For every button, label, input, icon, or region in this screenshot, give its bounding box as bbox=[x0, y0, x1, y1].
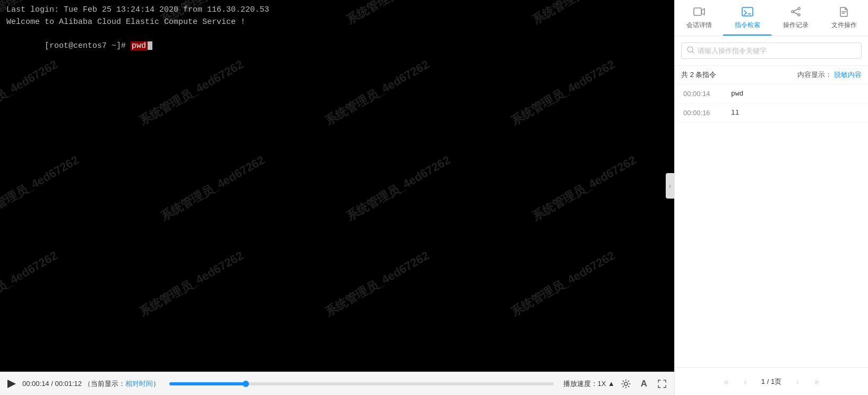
terminal-screen: 系统管理员_4ed67262 系统管理员_4ed67262 系统管理员_4ed6… bbox=[0, 0, 674, 372]
terminal-line-1: Last login: Tue Feb 25 13:24:14 2020 fro… bbox=[6, 4, 668, 16]
settings-icon[interactable] bbox=[620, 378, 632, 390]
watermark: 系统管理员_4ed67262 bbox=[136, 248, 246, 321]
command-item-0[interactable]: 00:00:14 pwd bbox=[675, 84, 868, 104]
stats-row: 共 2 条指令 内容显示： 脱敏内容 bbox=[675, 66, 868, 84]
relative-time-suffix: ） bbox=[153, 380, 160, 388]
collapse-handle[interactable]: › bbox=[666, 173, 674, 199]
display-label: 内容显示： bbox=[797, 70, 832, 80]
tab-operation-log[interactable]: 操作记录 bbox=[771, 0, 820, 36]
tab-file-operation-label: 文件操作 bbox=[831, 21, 857, 30]
play-icon bbox=[7, 380, 16, 388]
cmd-text-0: pwd bbox=[731, 90, 743, 98]
progress-thumb[interactable] bbox=[243, 381, 249, 387]
cmd-time-0: 00:00:14 bbox=[683, 90, 720, 98]
display-link[interactable]: 脱敏内容 bbox=[834, 70, 862, 80]
speed-control[interactable]: 播放速度：1X ▲ bbox=[563, 379, 615, 389]
total-time: 00:01:12 bbox=[55, 380, 82, 388]
content-display: 内容显示： 脱敏内容 bbox=[797, 70, 862, 80]
watermark: 系统管理员_4ed67262 bbox=[0, 152, 82, 225]
watermark: 系统管理员_4ed67262 bbox=[0, 248, 61, 321]
tab-operation-log-label: 操作记录 bbox=[783, 21, 809, 30]
cmd-text-1: ll bbox=[731, 109, 740, 117]
search-input[interactable] bbox=[698, 47, 856, 55]
chevron-right-icon: › bbox=[669, 182, 672, 190]
tab-file-operation[interactable]: 文件操作 bbox=[820, 0, 868, 36]
font-size-icon[interactable]: A bbox=[638, 378, 650, 390]
terminal-prompt: [root@centos7 ~]# bbox=[45, 41, 131, 50]
cmd-time-1: 00:00:16 bbox=[683, 109, 720, 117]
relative-time-link[interactable]: 相对时间 bbox=[125, 380, 153, 388]
file-icon bbox=[838, 6, 850, 19]
count-suffix: 条指令 bbox=[695, 71, 716, 79]
watermark: 系统管理员_4ed67262 bbox=[343, 152, 453, 225]
current-time: 00:00:14 bbox=[22, 380, 49, 388]
watermark: 系统管理员_4ed67262 bbox=[508, 248, 618, 321]
pagination-area: « ‹ 1 / 1页 › » bbox=[675, 367, 868, 395]
tab-command-search-label: 指令检索 bbox=[735, 21, 760, 30]
last-page-button[interactable]: » bbox=[809, 374, 824, 389]
tab-command-search[interactable]: 指令检索 bbox=[723, 0, 771, 36]
first-page-button[interactable]: « bbox=[719, 374, 734, 389]
tab-session-detail-label: 会话详情 bbox=[686, 21, 712, 30]
video-icon bbox=[693, 6, 705, 19]
terminal-command: pwd bbox=[131, 41, 147, 50]
terminal-content: Last login: Tue Feb 25 13:24:14 2020 fro… bbox=[0, 0, 674, 68]
page-info: 1 / 1页 bbox=[757, 377, 786, 387]
count-number: 2 bbox=[690, 71, 694, 79]
terminal-area: 系统管理员_4ed67262 系统管理员_4ed67262 系统管理员_4ed6… bbox=[0, 0, 674, 395]
watermark: 系统管理员_4ed67262 bbox=[158, 152, 268, 225]
search-input-wrapper bbox=[681, 42, 862, 59]
next-page-button[interactable]: › bbox=[790, 374, 805, 389]
count-prefix: 共 bbox=[681, 71, 688, 79]
watermark: 系统管理员_4ed67262 bbox=[322, 248, 432, 321]
progress-bar[interactable] bbox=[169, 382, 554, 385]
prev-page-button[interactable]: ‹ bbox=[738, 374, 753, 389]
svg-rect-2 bbox=[742, 7, 753, 16]
terminal-controls: 00:00:14 / 00:01:12 （当前显示：相对时间） 播放速度：1X … bbox=[0, 372, 674, 395]
search-icon bbox=[687, 46, 694, 55]
terminal-cursor bbox=[148, 41, 152, 50]
terminal-prompt-line: [root@centos7 ~]# pwd bbox=[6, 28, 668, 64]
relative-time-prefix: （当前显示： bbox=[84, 380, 125, 388]
time-display: 00:00:14 / 00:01:12 （当前显示：相对时间） bbox=[22, 379, 160, 389]
watermark: 系统管理员_4ed67262 bbox=[529, 152, 639, 225]
share-icon bbox=[790, 6, 802, 19]
progress-fill bbox=[169, 382, 246, 385]
play-button[interactable] bbox=[6, 379, 17, 389]
tab-session-detail[interactable]: 会话详情 bbox=[675, 0, 723, 36]
right-panel: 会话详情 指令检索 操作记录 bbox=[674, 0, 868, 395]
fullscreen-icon[interactable] bbox=[656, 378, 668, 390]
stats-count: 共 2 条指令 bbox=[681, 70, 716, 80]
control-icons: A bbox=[620, 378, 668, 390]
right-panel-tabs: 会话详情 指令检索 操作记录 bbox=[675, 0, 868, 36]
search-area bbox=[675, 36, 868, 66]
svg-point-0 bbox=[624, 382, 628, 385]
svg-rect-1 bbox=[694, 8, 701, 15]
terminal-icon bbox=[742, 6, 753, 19]
terminal-line-2: Welcome to Alibaba Cloud Elastic Compute… bbox=[6, 16, 668, 29]
command-list: 00:00:14 pwd 00:00:16 ll bbox=[675, 84, 868, 367]
command-item-1[interactable]: 00:00:16 ll bbox=[675, 104, 868, 123]
